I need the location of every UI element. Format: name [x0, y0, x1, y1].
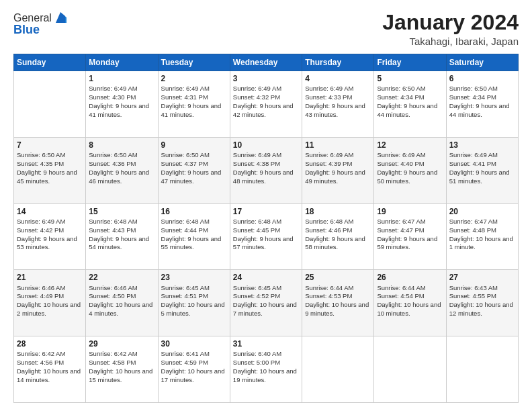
day-info: Sunrise: 6:48 AMSunset: 4:46 PMDaylight:…: [305, 218, 371, 252]
day-number: 24: [233, 272, 299, 283]
table-row: 6Sunrise: 6:50 AMSunset: 4:34 PMDaylight…: [446, 71, 518, 138]
day-number: 30: [161, 338, 227, 349]
day-number: 13: [449, 140, 515, 150]
table-row: 18Sunrise: 6:48 AMSunset: 4:46 PMDayligh…: [302, 203, 374, 270]
day-info: Sunrise: 6:45 AMSunset: 4:52 PMDaylight:…: [233, 284, 299, 318]
table-row: 13Sunrise: 6:49 AMSunset: 4:41 PMDayligh…: [446, 137, 518, 203]
table-row: 20Sunrise: 6:47 AMSunset: 4:48 PMDayligh…: [446, 203, 518, 270]
day-number: 26: [377, 272, 443, 283]
table-row: 3Sunrise: 6:49 AMSunset: 4:32 PMDaylight…: [230, 71, 302, 138]
day-info: Sunrise: 6:43 AMSunset: 4:55 PMDaylight:…: [449, 284, 515, 318]
day-info: Sunrise: 6:42 AMSunset: 4:58 PMDaylight:…: [89, 350, 154, 384]
table-row: 21Sunrise: 6:46 AMSunset: 4:49 PMDayligh…: [14, 270, 86, 336]
day-number: 11: [305, 140, 371, 150]
table-row: 19Sunrise: 6:47 AMSunset: 4:47 PMDayligh…: [374, 203, 446, 270]
day-info: Sunrise: 6:50 AMSunset: 4:37 PMDaylight:…: [161, 151, 227, 185]
day-number: 3: [233, 73, 299, 84]
table-row: 30Sunrise: 6:41 AMSunset: 4:59 PMDayligh…: [158, 336, 230, 403]
day-number: 21: [17, 272, 83, 283]
day-info: Sunrise: 6:49 AMSunset: 4:40 PMDaylight:…: [377, 151, 443, 185]
table-row: 12Sunrise: 6:49 AMSunset: 4:40 PMDayligh…: [374, 137, 446, 203]
table-row: 5Sunrise: 6:50 AMSunset: 4:34 PMDaylight…: [374, 71, 446, 138]
day-number: 15: [89, 206, 154, 217]
day-number: 5: [377, 73, 443, 84]
day-info: Sunrise: 6:46 AMSunset: 4:50 PMDaylight:…: [89, 284, 154, 318]
day-number: 25: [305, 272, 371, 283]
table-row: 16Sunrise: 6:48 AMSunset: 4:44 PMDayligh…: [158, 203, 230, 270]
day-number: 18: [305, 206, 371, 217]
col-tuesday: Tuesday: [158, 54, 230, 71]
day-info: Sunrise: 6:44 AMSunset: 4:53 PMDaylight:…: [305, 284, 371, 318]
day-info: Sunrise: 6:48 AMSunset: 4:43 PMDaylight:…: [89, 218, 154, 252]
day-number: 17: [233, 206, 299, 217]
day-info: Sunrise: 6:50 AMSunset: 4:34 PMDaylight:…: [449, 85, 515, 119]
table-row: 28Sunrise: 6:42 AMSunset: 4:56 PMDayligh…: [14, 336, 86, 403]
day-number: 19: [377, 206, 443, 217]
day-info: Sunrise: 6:50 AMSunset: 4:35 PMDaylight:…: [17, 151, 83, 185]
table-row: [374, 336, 446, 403]
day-info: Sunrise: 6:49 AMSunset: 4:42 PMDaylight:…: [17, 218, 83, 252]
week-row-1: 7Sunrise: 6:50 AMSunset: 4:35 PMDaylight…: [14, 137, 519, 203]
table-row: 27Sunrise: 6:43 AMSunset: 4:55 PMDayligh…: [446, 270, 518, 336]
day-info: Sunrise: 6:49 AMSunset: 4:30 PMDaylight:…: [89, 85, 154, 119]
table-row: 1Sunrise: 6:49 AMSunset: 4:30 PMDaylight…: [86, 71, 158, 138]
day-info: Sunrise: 6:47 AMSunset: 4:47 PMDaylight:…: [377, 218, 443, 252]
table-row: 7Sunrise: 6:50 AMSunset: 4:35 PMDaylight…: [14, 137, 86, 203]
day-info: Sunrise: 6:49 AMSunset: 4:38 PMDaylight:…: [233, 151, 299, 185]
day-number: 4: [305, 73, 371, 84]
location: Takahagi, Ibaraki, Japan: [382, 36, 519, 47]
table-row: 25Sunrise: 6:44 AMSunset: 4:53 PMDayligh…: [302, 270, 374, 336]
svg-marker-0: [56, 12, 65, 23]
day-info: Sunrise: 6:45 AMSunset: 4:51 PMDaylight:…: [161, 284, 227, 318]
table-row: 10Sunrise: 6:49 AMSunset: 4:38 PMDayligh…: [230, 137, 302, 203]
day-info: Sunrise: 6:42 AMSunset: 4:56 PMDaylight:…: [17, 350, 83, 384]
day-info: Sunrise: 6:48 AMSunset: 4:44 PMDaylight:…: [161, 218, 227, 252]
day-info: Sunrise: 6:50 AMSunset: 4:36 PMDaylight:…: [89, 151, 154, 185]
day-number: 12: [377, 140, 443, 150]
col-wednesday: Wednesday: [230, 54, 302, 71]
table-row: 8Sunrise: 6:50 AMSunset: 4:36 PMDaylight…: [86, 137, 158, 203]
table-row: 2Sunrise: 6:49 AMSunset: 4:31 PMDaylight…: [158, 71, 230, 138]
day-number: 29: [89, 338, 154, 349]
table-row: 14Sunrise: 6:49 AMSunset: 4:42 PMDayligh…: [14, 203, 86, 270]
calendar-table: Sunday Monday Tuesday Wednesday Thursday…: [13, 54, 519, 403]
day-number: 1: [89, 73, 154, 84]
day-number: 14: [17, 206, 83, 217]
day-info: Sunrise: 6:48 AMSunset: 4:45 PMDaylight:…: [233, 218, 299, 252]
day-number: 27: [449, 272, 515, 283]
logo-icon: [53, 11, 68, 26]
day-info: Sunrise: 6:49 AMSunset: 4:32 PMDaylight:…: [233, 85, 299, 119]
day-info: Sunrise: 6:41 AMSunset: 4:59 PMDaylight:…: [161, 350, 227, 384]
logo: General Blue: [13, 11, 68, 37]
table-row: 17Sunrise: 6:48 AMSunset: 4:45 PMDayligh…: [230, 203, 302, 270]
day-number: 6: [449, 73, 515, 84]
week-row-2: 14Sunrise: 6:49 AMSunset: 4:42 PMDayligh…: [14, 203, 519, 270]
day-number: 20: [449, 206, 515, 217]
col-thursday: Thursday: [302, 54, 374, 71]
page: General Blue January 2024 Takahagi, Ibar…: [0, 0, 532, 411]
day-number: 22: [89, 272, 154, 283]
table-row: 23Sunrise: 6:45 AMSunset: 4:51 PMDayligh…: [158, 270, 230, 336]
week-row-0: 1Sunrise: 6:49 AMSunset: 4:30 PMDaylight…: [14, 71, 519, 138]
table-row: 15Sunrise: 6:48 AMSunset: 4:43 PMDayligh…: [86, 203, 158, 270]
header-row: Sunday Monday Tuesday Wednesday Thursday…: [14, 54, 519, 71]
table-row: 29Sunrise: 6:42 AMSunset: 4:58 PMDayligh…: [86, 336, 158, 403]
table-row: [14, 71, 86, 138]
day-info: Sunrise: 6:49 AMSunset: 4:31 PMDaylight:…: [161, 85, 227, 119]
day-number: 10: [233, 140, 299, 150]
table-row: [446, 336, 518, 403]
week-row-3: 21Sunrise: 6:46 AMSunset: 4:49 PMDayligh…: [14, 270, 519, 336]
table-row: 4Sunrise: 6:49 AMSunset: 4:33 PMDaylight…: [302, 71, 374, 138]
day-number: 2: [161, 73, 227, 84]
table-row: 9Sunrise: 6:50 AMSunset: 4:37 PMDaylight…: [158, 137, 230, 203]
day-info: Sunrise: 6:49 AMSunset: 4:39 PMDaylight:…: [305, 151, 371, 185]
day-info: Sunrise: 6:46 AMSunset: 4:49 PMDaylight:…: [17, 284, 83, 318]
col-friday: Friday: [374, 54, 446, 71]
day-number: 23: [161, 272, 227, 283]
day-info: Sunrise: 6:40 AMSunset: 5:00 PMDaylight:…: [233, 350, 299, 384]
col-sunday: Sunday: [14, 54, 86, 71]
header: General Blue January 2024 Takahagi, Ibar…: [13, 11, 519, 47]
week-row-4: 28Sunrise: 6:42 AMSunset: 4:56 PMDayligh…: [14, 336, 519, 403]
day-info: Sunrise: 6:49 AMSunset: 4:33 PMDaylight:…: [305, 85, 371, 119]
day-number: 28: [17, 338, 83, 349]
